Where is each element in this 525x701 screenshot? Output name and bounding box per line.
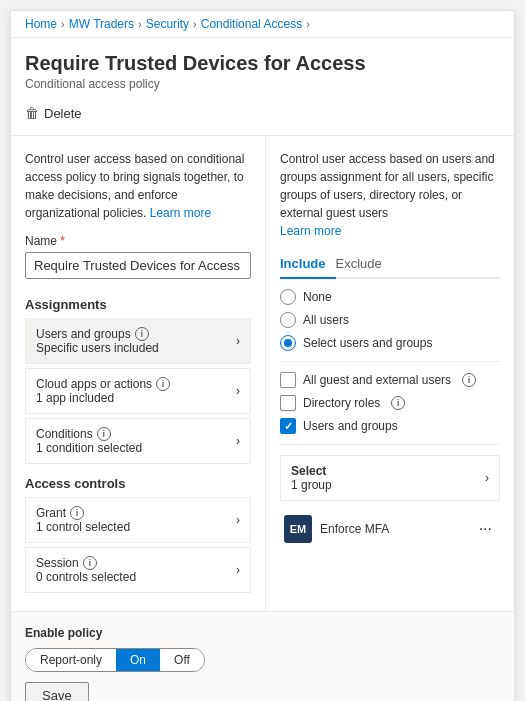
radio-select-users-label: Select users and groups bbox=[303, 336, 432, 350]
radio-none-label: None bbox=[303, 290, 332, 304]
checkbox-guest-label: All guest and external users bbox=[303, 373, 451, 387]
breadcrumb-sep-2: › bbox=[138, 18, 142, 30]
conditions-info-icon: i bbox=[97, 427, 111, 441]
grant-chevron-icon: › bbox=[236, 513, 240, 527]
grant-value: 1 control selected bbox=[36, 520, 228, 534]
checkbox-guest-info-icon: i bbox=[462, 373, 476, 387]
assignments-header: Assignments bbox=[25, 297, 251, 312]
select-row[interactable]: Select 1 group › bbox=[280, 455, 500, 501]
page-title: Require Trusted Devices for Access bbox=[25, 52, 500, 75]
toggle-report-only[interactable]: Report-only bbox=[26, 649, 116, 671]
session-chevron-icon: › bbox=[236, 563, 240, 577]
users-groups-left: Users and groups i Specific users includ… bbox=[36, 327, 228, 355]
checkbox-guest[interactable]: All guest and external users i bbox=[280, 372, 500, 388]
delete-label: Delete bbox=[44, 106, 82, 121]
conditions-value: 1 condition selected bbox=[36, 441, 228, 455]
cloud-apps-value: 1 app included bbox=[36, 391, 228, 405]
users-groups-info-icon: i bbox=[135, 327, 149, 341]
checkbox-directory[interactable]: Directory roles i bbox=[280, 395, 500, 411]
radio-all-users[interactable]: All users bbox=[280, 312, 500, 328]
left-description: Control user access based on conditional… bbox=[25, 150, 251, 222]
group-ellipsis-button[interactable]: ··· bbox=[475, 520, 496, 538]
radio-group: None All users Select users and groups bbox=[280, 289, 500, 351]
breadcrumb-sep-4: › bbox=[306, 18, 310, 30]
right-learn-more-link[interactable]: Learn more bbox=[280, 224, 341, 238]
conditions-item[interactable]: Conditions i 1 condition selected › bbox=[25, 418, 251, 464]
radio-select-users-circle bbox=[280, 335, 296, 351]
users-groups-chevron-icon: › bbox=[236, 334, 240, 348]
radio-all-users-label: All users bbox=[303, 313, 349, 327]
tabs-container: Include Exclude bbox=[280, 250, 500, 279]
page-subtitle: Conditional access policy bbox=[25, 77, 500, 91]
checkbox-users-groups-box bbox=[280, 418, 296, 434]
conditions-left: Conditions i 1 condition selected bbox=[36, 427, 228, 455]
group-name: Enforce MFA bbox=[320, 522, 467, 536]
checkbox-users-groups[interactable]: Users and groups bbox=[280, 418, 500, 434]
checkbox-guest-box bbox=[280, 372, 296, 388]
right-description: Control user access based on users and g… bbox=[280, 150, 500, 240]
users-groups-title: Users and groups i bbox=[36, 327, 228, 341]
group-item: EM Enforce MFA ··· bbox=[280, 509, 500, 549]
radio-none[interactable]: None bbox=[280, 289, 500, 305]
radio-select-users[interactable]: Select users and groups bbox=[280, 335, 500, 351]
users-groups-item[interactable]: Users and groups i Specific users includ… bbox=[25, 318, 251, 364]
required-marker: * bbox=[60, 234, 65, 248]
select-chevron-icon: › bbox=[485, 471, 489, 485]
grant-left: Grant i 1 control selected bbox=[36, 506, 228, 534]
toggle-on[interactable]: On bbox=[116, 649, 160, 671]
cloud-apps-chevron-icon: › bbox=[236, 384, 240, 398]
group-avatar: EM bbox=[284, 515, 312, 543]
radio-all-users-circle bbox=[280, 312, 296, 328]
delete-icon: 🗑 bbox=[25, 105, 39, 121]
checkbox-directory-info-icon: i bbox=[391, 396, 405, 410]
toggle-group: Report-only On Off bbox=[25, 648, 205, 672]
left-panel: Control user access based on conditional… bbox=[11, 136, 266, 611]
cloud-apps-title: Cloud apps or actions i bbox=[36, 377, 228, 391]
select-value: 1 group bbox=[291, 478, 332, 492]
tab-include[interactable]: Include bbox=[280, 250, 336, 279]
breadcrumb-home[interactable]: Home bbox=[25, 17, 57, 31]
session-item[interactable]: Session i 0 controls selected › bbox=[25, 547, 251, 593]
grant-item[interactable]: Grant i 1 control selected › bbox=[25, 497, 251, 543]
breadcrumb-sep-3: › bbox=[193, 18, 197, 30]
cloud-apps-left: Cloud apps or actions i 1 app included bbox=[36, 377, 228, 405]
session-info-icon: i bbox=[83, 556, 97, 570]
divider-2 bbox=[280, 444, 500, 445]
users-groups-value: Specific users included bbox=[36, 341, 228, 355]
bottom-section: Enable policy Report-only On Off Save bbox=[11, 611, 514, 701]
main-content: Control user access based on conditional… bbox=[11, 136, 514, 611]
cloud-apps-item[interactable]: Cloud apps or actions i 1 app included › bbox=[25, 368, 251, 414]
breadcrumb-security[interactable]: Security bbox=[146, 17, 189, 31]
right-panel: Control user access based on users and g… bbox=[266, 136, 514, 611]
delete-button[interactable]: 🗑 Delete bbox=[25, 101, 82, 125]
breadcrumb-sep-1: › bbox=[61, 18, 65, 30]
select-label: Select bbox=[291, 464, 332, 478]
save-button[interactable]: Save bbox=[25, 682, 89, 701]
cloud-apps-info-icon: i bbox=[156, 377, 170, 391]
breadcrumb: Home › MW Traders › Security › Condition… bbox=[11, 11, 514, 38]
divider-1 bbox=[280, 361, 500, 362]
conditions-chevron-icon: › bbox=[236, 434, 240, 448]
grant-title: Grant i bbox=[36, 506, 228, 520]
access-controls-header: Access controls bbox=[25, 476, 251, 491]
checkbox-users-groups-label: Users and groups bbox=[303, 419, 398, 433]
left-learn-more-link[interactable]: Learn more bbox=[150, 206, 211, 220]
breadcrumb-mwtraders[interactable]: MW Traders bbox=[69, 17, 134, 31]
header-section: Require Trusted Devices for Access Condi… bbox=[11, 38, 514, 136]
session-value: 0 controls selected bbox=[36, 570, 228, 584]
checkbox-directory-label: Directory roles bbox=[303, 396, 380, 410]
toggle-off[interactable]: Off bbox=[160, 649, 204, 671]
page-container: Home › MW Traders › Security › Condition… bbox=[10, 10, 515, 701]
name-field-label: Name * bbox=[25, 234, 251, 248]
session-left: Session i 0 controls selected bbox=[36, 556, 228, 584]
session-title: Session i bbox=[36, 556, 228, 570]
radio-none-circle bbox=[280, 289, 296, 305]
checkbox-directory-box bbox=[280, 395, 296, 411]
tab-exclude[interactable]: Exclude bbox=[336, 250, 392, 279]
conditions-title: Conditions i bbox=[36, 427, 228, 441]
grant-info-icon: i bbox=[70, 506, 84, 520]
name-input[interactable] bbox=[25, 252, 251, 279]
breadcrumb-conditional-access[interactable]: Conditional Access bbox=[201, 17, 302, 31]
select-row-left: Select 1 group bbox=[291, 464, 332, 492]
enable-policy-label: Enable policy bbox=[25, 626, 500, 640]
